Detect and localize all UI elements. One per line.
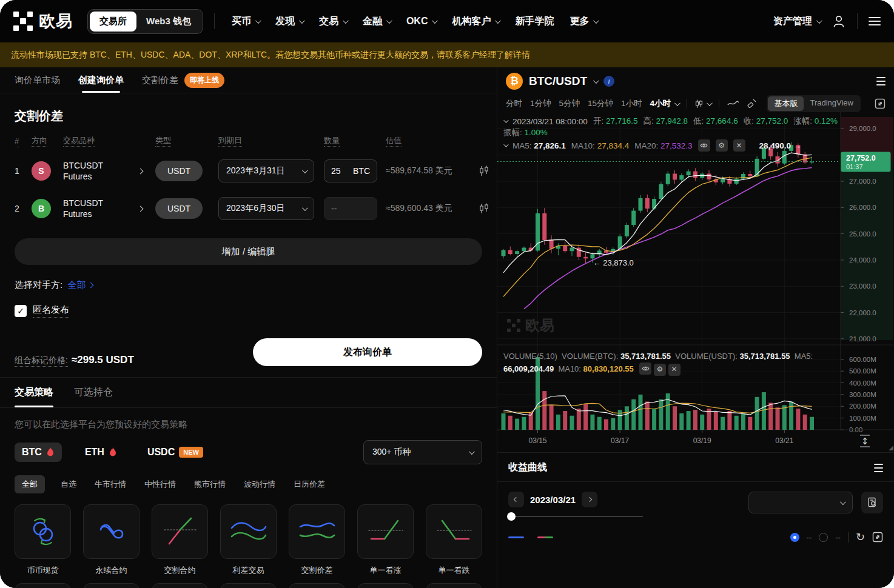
leg-product-chevron[interactable] [138, 152, 154, 190]
quantity-input[interactable]: 25BTC [324, 159, 377, 182]
nav-item-academy[interactable]: 新手学院 [515, 15, 554, 28]
filter-all[interactable]: 全部 [15, 475, 45, 493]
strategy-card-perpetual[interactable]: 永续合约 [83, 504, 139, 576]
tf-4h-active[interactable]: 4小时 [650, 98, 679, 109]
chevron-down-icon[interactable] [503, 142, 508, 147]
refresh-icon[interactable]: ↻ [856, 530, 865, 544]
radio-option-1[interactable] [790, 533, 799, 542]
coin-btc[interactable]: BTC [15, 443, 62, 462]
close-icon[interactable]: ✕ [733, 139, 745, 152]
nav-item-assets[interactable]: 资产管理 [773, 15, 821, 28]
user-account-icon[interactable] [832, 14, 846, 28]
prev-date-button[interactable] [508, 492, 524, 507]
tab-optional-positions[interactable]: 可选持仓 [74, 378, 113, 407]
view-basic[interactable]: 基本版 [768, 96, 804, 111]
info-icon[interactable]: i [603, 76, 614, 87]
leg-type-pill[interactable]: USDT [155, 161, 203, 181]
pnl-date: 2023/03/21 [530, 495, 576, 505]
line-overlay-icon[interactable] [727, 99, 739, 109]
slider-thumb[interactable] [507, 512, 516, 521]
close-icon[interactable]: ✕ [668, 364, 681, 376]
pnl-curve-panel: 收益曲线 2023/03/21 [497, 452, 894, 588]
tab-create-rfq[interactable]: 创建询价单 [78, 67, 124, 93]
counterparty-select-link[interactable]: 全部 [67, 279, 93, 291]
coin-usdc[interactable]: USDC NEW [140, 443, 210, 462]
tab-delivery-spread[interactable]: 交割价差 即将上线 [142, 67, 224, 93]
brand-name: 欧易 [39, 10, 73, 32]
candlestick-chart-svg[interactable]: 29,000.028,000.027,000.026,000.025,000.0… [497, 112, 893, 452]
nav-item-buy[interactable]: 买币 [232, 15, 260, 28]
candle-compare-icon[interactable] [479, 203, 489, 214]
view-tradingview[interactable]: TradingView [804, 96, 859, 111]
chevron-down-icon [674, 100, 681, 106]
leg-product-chevron[interactable] [138, 190, 154, 227]
filter-calendar-spread[interactable]: 日历价差 [291, 475, 328, 493]
tf-1m[interactable]: 1分钟 [530, 98, 551, 109]
tab-trading-strategies[interactable]: 交易策略 [15, 378, 53, 407]
next-date-button[interactable] [582, 492, 597, 507]
strategy-card-delivery-spread[interactable]: 交割价差 [289, 504, 345, 576]
pair-title[interactable]: BTC/USDT [529, 75, 587, 88]
chevron-down-icon [299, 18, 305, 24]
menu-icon[interactable] [869, 17, 881, 25]
expiry-date-select[interactable]: 2023年3月31日 [218, 159, 314, 182]
eye-icon[interactable] [698, 139, 710, 152]
nav-item-more[interactable]: 更多 [570, 15, 597, 28]
strategy-card-spot[interactable]: 币币现货 [15, 504, 71, 576]
expiry-date-select[interactable]: 2023年6月30日 [218, 197, 314, 220]
chart-menu-icon[interactable] [876, 77, 886, 85]
strategy-card-futures[interactable]: 交割合约 [152, 504, 208, 576]
col-header-expiry: 到期日 [218, 135, 323, 152]
svg-text:22,000.0: 22,000.0 [849, 309, 876, 316]
toggle-exchange[interactable]: 交易所 [90, 12, 136, 32]
pnl-filter-dropdown[interactable] [748, 492, 853, 513]
filter-favorites[interactable]: 自选 [58, 475, 79, 493]
tf-5m[interactable]: 5分钟 [559, 98, 580, 109]
chevron-down-icon[interactable] [503, 118, 508, 122]
fullscreen-icon[interactable] [875, 98, 886, 109]
nav-item-finance[interactable]: 金融 [363, 15, 391, 28]
brand[interactable]: 欧易 [13, 10, 73, 32]
futures-icon [158, 515, 202, 549]
toggle-web3-wallet[interactable]: Web3 钱包 [136, 12, 201, 32]
anonymous-checkbox[interactable]: ✓ [15, 305, 27, 317]
nav-item-okc[interactable]: OKC [406, 16, 437, 27]
chevron-down-icon[interactable] [593, 78, 599, 84]
nav-item-trade[interactable]: 交易 [319, 15, 347, 28]
coin-count-dropdown[interactable]: 300+ 币种 [363, 440, 482, 464]
filter-neutral-market[interactable]: 中性行情 [142, 475, 178, 493]
nav-item-institutional[interactable]: 机构客户 [452, 15, 499, 28]
filter-bull-market[interactable]: 牛市行情 [92, 475, 129, 493]
quantity-input[interactable]: -- [324, 197, 377, 220]
filter-bear-market[interactable]: 熊市行情 [192, 475, 228, 493]
pnl-menu-icon[interactable] [874, 464, 883, 472]
expand-icon[interactable] [872, 532, 883, 543]
order-search-icon[interactable] [861, 492, 883, 513]
tab-rfq-market[interactable]: 询价单市场 [15, 67, 60, 93]
tf-time[interactable]: 分时 [506, 98, 522, 109]
ma-info-line: MA5: 27,826.1 MA10: 27,834.4 MA20: 27,53… [503, 139, 801, 152]
gear-icon[interactable]: ⚙ [716, 139, 728, 152]
radio-option-2[interactable] [819, 533, 828, 542]
candle-compare-icon[interactable] [479, 165, 489, 176]
add-edit-leg-button[interactable]: 增加 / 编辑腿 [15, 238, 482, 265]
drawing-tool-icon[interactable] [747, 98, 757, 110]
tf-15m[interactable]: 15分钟 [588, 98, 613, 109]
coin-eth[interactable]: ETH [78, 443, 124, 462]
nav-menu: 买币 发现 交易 金融 OKC 机构客户 新手学院 更多 [232, 15, 762, 28]
publish-rfq-button[interactable]: 发布询价单 [253, 338, 482, 366]
gear-icon[interactable]: ⚙ [654, 364, 666, 376]
nav-item-discover[interactable]: 发现 [275, 15, 303, 28]
chevron-right-icon [138, 205, 144, 212]
candlestick-chart[interactable]: 2023/03/21 08:00:00 开: 27,716.5 高: 27,94… [497, 112, 894, 452]
strategy-card-single-bear[interactable]: 单一看跌 [426, 504, 482, 576]
svg-text:24,000.0: 24,000.0 [849, 256, 876, 264]
filter-volatile-market[interactable]: 波动行情 [241, 475, 278, 493]
date-slider[interactable] [508, 516, 643, 517]
tf-1h[interactable]: 1小时 [621, 98, 642, 109]
leg-type-pill[interactable]: USDT [155, 198, 203, 219]
candle-style-icon[interactable] [695, 99, 711, 109]
strategy-card-single-bull[interactable]: 单一看涨 [357, 504, 414, 576]
eye-icon[interactable] [639, 362, 651, 375]
strategy-card-rate-arbitrage[interactable]: 利差交易 [220, 504, 277, 576]
